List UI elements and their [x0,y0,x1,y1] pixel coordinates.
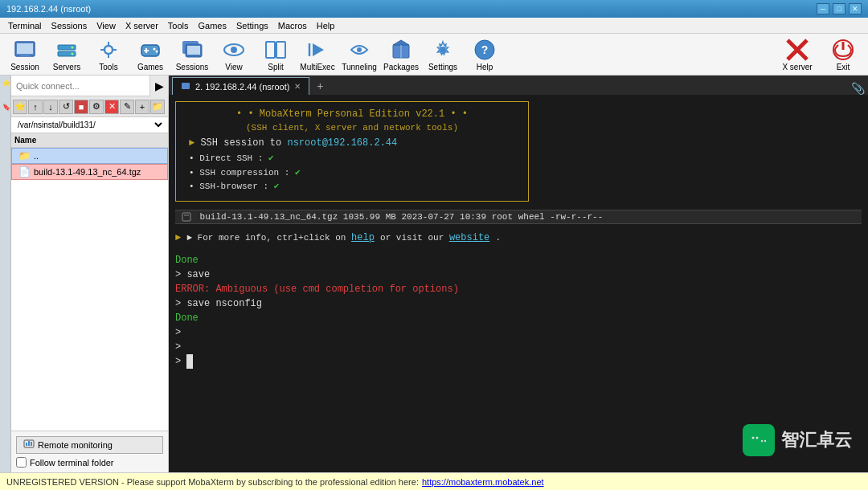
toolbar-games[interactable]: Games [130,35,170,73]
terminal-area[interactable]: • • MobaXterm Personal Edition v22.1 • •… [169,95,868,472]
svg-point-47 [756,437,759,439]
packages-icon [388,37,414,63]
sb-star-btn[interactable]: ⭐ [13,100,27,114]
quick-connect-bar: ▶ [11,76,168,96]
ssh-host: nsroot@192.168.2.44 [287,137,397,149]
menu-help[interactable]: Help [312,19,340,32]
toolbar-packages[interactable]: Packages [381,35,421,73]
toolbar-tunneling[interactable]: Tunneling [339,35,379,73]
left-panel-icon-2[interactable]: 🔖 [1,103,10,111]
left-panel-icon-1[interactable]: ⭐ [1,79,10,87]
sb-refresh-btn[interactable]: ↺ [59,100,73,114]
packages-label: Packages [383,63,419,71]
sb-newfolder-btn[interactable]: 📁 [150,100,165,114]
help-link[interactable]: help [351,232,375,243]
svg-point-15 [154,48,156,51]
remote-monitoring-label: Remote monitoring [38,440,113,450]
menu-sessions[interactable]: Sessions [47,19,92,32]
tab-add-button[interactable]: + [311,77,329,95]
toolbar-view[interactable]: View [214,35,254,73]
toolbar-tools[interactable]: Tools [88,35,129,73]
toolbar-servers[interactable]: Servers [47,35,87,73]
watermark-text: 智汇卓云 [781,428,852,452]
output-prompt-cursor: > [175,354,862,369]
settings-label: Settings [428,63,457,71]
sb-down-btn[interactable]: ↓ [43,100,58,114]
toolbar-session[interactable]: Session [5,35,45,73]
sessions-label: Sessions [176,63,209,71]
remote-monitoring-button[interactable]: Remote monitoring [16,436,163,454]
follow-terminal-folder-checkbox[interactable] [16,457,27,468]
toolbar: Session Servers Tools Games Sessions Vie… [0,34,868,76]
servers-label: Servers [53,63,80,71]
toolbar-multiexec[interactable]: MultiExec [297,35,338,73]
minimize-button[interactable]: ─ [817,3,829,14]
sb-edit-btn[interactable]: ✎ [120,100,134,114]
output-done-2: Done [175,311,862,325]
toolbar-sessions[interactable]: Sessions [172,35,212,73]
toolbar-xserver[interactable]: X server [773,35,821,73]
follow-terminal-folder-label[interactable]: Follow terminal folder [16,457,163,468]
sb-newfile-btn[interactable]: + [135,100,149,114]
tab-bar: 2. 192.168.2.44 (nsroot) ✕ + 📎 [169,76,868,95]
toolbar-help[interactable]: ? Help [465,35,505,73]
quick-connect-input[interactable] [11,76,150,96]
session-icon [12,37,38,63]
window-controls: ─ □ ✕ [817,3,862,14]
ssh-compression-line: • SSH compression : ✔ [189,166,515,181]
main-area: ⭐ 🔖 ▶ ⭐ ↑ ↓ ↺ ■ ⚙ ✕ ✎ + 📁 /var/nsinstal/… [0,76,868,472]
svg-rect-38 [26,443,27,446]
file-list-header: Name [11,133,168,148]
left-icon-panel: ⭐ 🔖 [0,76,11,472]
menu-games[interactable]: Games [194,19,231,32]
sb-up-btn[interactable]: ↑ [28,100,43,114]
menu-settings[interactable]: Settings [231,19,273,32]
file-item-tgz[interactable]: 📄 build-13.1-49.13_nc_64.tgz [11,164,168,180]
toolbar-exit[interactable]: Exit [823,35,863,73]
svg-marker-28 [393,40,409,45]
file-item-parent[interactable]: 📁 .. [11,148,168,164]
split-icon [263,37,289,63]
sb-config-btn[interactable]: ⚙ [89,100,104,114]
sb-stop-btn[interactable]: ■ [74,100,88,114]
close-button[interactable]: ✕ [849,3,862,14]
sessions-icon [179,37,205,63]
sb-delete-btn[interactable]: ✕ [104,100,119,114]
info-prefix: ► For more info, ctrl+click on [186,233,351,243]
games-label: Games [137,63,163,71]
sidebar-bottom: Remote monitoring Follow terminal folder [11,431,168,472]
status-link[interactable]: https://mobaxterm.mobatek.net [422,477,544,487]
servers-icon [54,37,80,63]
menu-xserver[interactable]: X server [121,19,163,32]
menu-terminal[interactable]: Terminal [3,19,47,32]
menu-tools[interactable]: Tools [163,19,194,32]
svg-point-7 [104,46,113,54]
output-done-1: Done [175,253,862,267]
quick-connect-go-button[interactable]: ▶ [150,76,168,96]
tab-paperclip-icon[interactable]: 📎 [851,82,865,95]
svg-rect-2 [20,55,30,56]
terminal-cursor [186,354,193,369]
ssh-direct-line: • Direct SSH : ✔ [189,152,515,166]
svg-point-4 [72,47,74,49]
toolbar-settings[interactable]: Settings [423,35,463,73]
xserver-label: X server [782,63,812,71]
tab-close-button[interactable]: ✕ [294,82,301,91]
menu-view[interactable]: View [92,19,121,32]
col-name-header: Name [14,136,36,145]
settings-icon [430,37,456,63]
tunneling-label: Tunneling [342,63,377,71]
file-info-bar: build-13.1-49.13_nc_64.tgz 1035.99 MB 20… [175,210,862,224]
website-link[interactable]: website [449,232,489,243]
folder-path-select[interactable]: /var/nsinstal/build131/ [14,120,165,130]
view-icon [221,37,247,63]
toolbar-split[interactable]: Split [256,35,296,73]
mobaterm-title: • MobaXterm Personal Edition v22.1 • [248,108,456,120]
split-label: Split [268,63,283,71]
tab-ssh[interactable]: 2. 192.168.2.44 (nsroot) ✕ [172,77,309,95]
ssh-session-line: ► SSH session to nsroot@192.168.2.44 [189,137,515,149]
maximize-button[interactable]: □ [833,3,845,14]
menu-macros[interactable]: Macros [273,19,312,32]
svg-rect-41 [182,83,190,89]
svg-rect-39 [28,441,30,446]
